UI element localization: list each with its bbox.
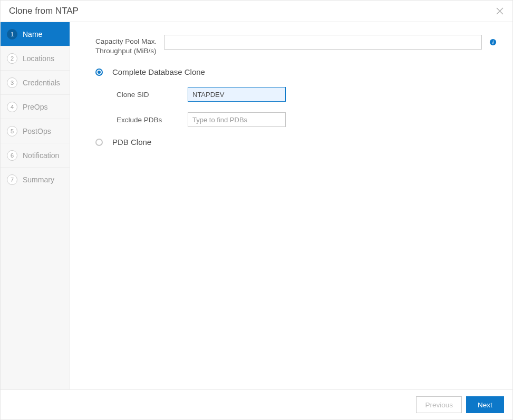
step-label: Locations	[23, 54, 54, 63]
info-icon[interactable]: i	[489, 38, 497, 46]
next-button[interactable]: Next	[466, 396, 504, 413]
step-number: 6	[7, 150, 17, 161]
step-label: Notification	[23, 151, 59, 160]
wizard-step-postops[interactable]: 5 PostOps	[1, 119, 70, 143]
wizard-step-name[interactable]: 1 Name	[1, 22, 70, 46]
step-number: 3	[7, 77, 17, 88]
step-number: 4	[7, 102, 17, 112]
option-pdb-clone[interactable]: PDB Clone	[95, 138, 497, 146]
capacity-row: Capacity Pool Max. Throughput (MiB/s) i	[95, 35, 497, 56]
complete-clone-group: Clone SID Exclude PDBs	[95, 87, 497, 127]
step-label: PostOps	[23, 127, 51, 135]
dialog-title: Clone from NTAP	[9, 6, 79, 16]
radio-pdb-clone-label: PDB Clone	[112, 138, 151, 146]
capacity-throughput-input[interactable]	[164, 35, 482, 50]
option-complete-clone[interactable]: Complete Database Clone	[95, 67, 497, 76]
step-label: PreOps	[23, 103, 47, 111]
close-icon[interactable]	[496, 7, 504, 15]
dialog-footer: Previous Next	[1, 389, 512, 419]
clone-sid-label: Clone SID	[117, 91, 188, 99]
wizard-step-preops[interactable]: 4 PreOps	[1, 95, 70, 119]
step-number: 2	[7, 53, 17, 64]
previous-button: Previous	[416, 396, 462, 413]
step-number: 1	[7, 29, 17, 40]
dialog-header: Clone from NTAP	[1, 1, 512, 22]
step-label: Name	[23, 30, 42, 38]
step-label: Summary	[23, 175, 54, 184]
step-number: 5	[7, 126, 17, 136]
clone-sid-input[interactable]	[188, 87, 286, 102]
wizard-step-locations[interactable]: 2 Locations	[1, 46, 70, 71]
exclude-pdbs-row: Exclude PDBs	[117, 112, 497, 127]
wizard-step-notification[interactable]: 6 Notification	[1, 143, 70, 168]
dialog-body: 1 Name 2 Locations 3 Credentials 4 PreOp…	[1, 22, 512, 389]
clone-sid-row: Clone SID	[117, 87, 497, 102]
step-label: Credentials	[23, 79, 60, 87]
radio-complete-clone[interactable]	[95, 69, 103, 76]
radio-pdb-clone[interactable]	[95, 139, 103, 146]
wizard-content: Capacity Pool Max. Throughput (MiB/s) i …	[70, 22, 512, 389]
wizard-step-credentials[interactable]: 3 Credentials	[1, 71, 70, 95]
exclude-pdbs-input[interactable]	[188, 112, 286, 127]
svg-text:i: i	[492, 40, 494, 45]
wizard-step-summary[interactable]: 7 Summary	[1, 168, 70, 192]
radio-complete-clone-label: Complete Database Clone	[112, 67, 205, 76]
wizard-sidebar: 1 Name 2 Locations 3 Credentials 4 PreOp…	[1, 22, 70, 389]
clone-wizard-dialog: Clone from NTAP 1 Name 2 Locations 3 Cre…	[0, 0, 513, 420]
step-number: 7	[7, 174, 17, 185]
capacity-label: Capacity Pool Max. Throughput (MiB/s)	[95, 35, 164, 56]
exclude-pdbs-label: Exclude PDBs	[117, 116, 188, 124]
